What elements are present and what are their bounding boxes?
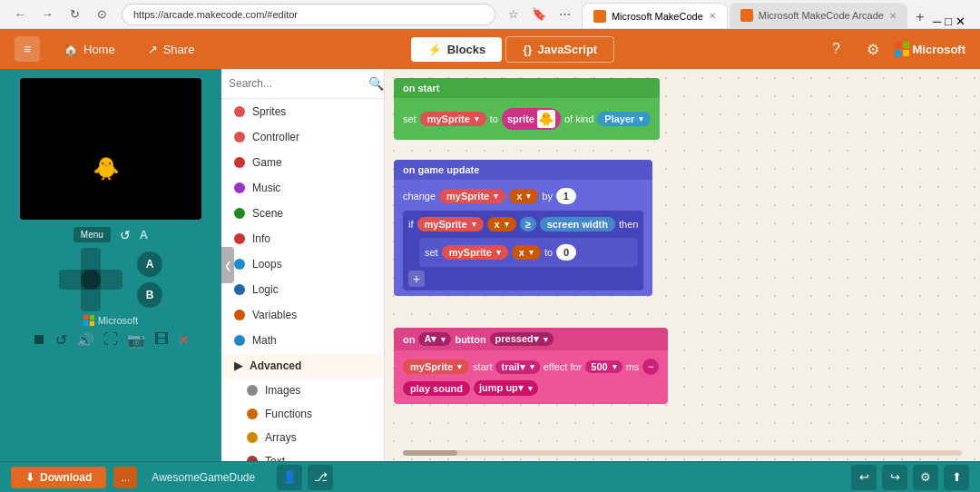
- trail-pill[interactable]: trail▾: [495, 360, 539, 374]
- sidebar-item-logic[interactable]: Logic: [221, 277, 384, 302]
- address-bar[interactable]: https://arcade.makecode.com/#editor: [122, 4, 495, 25]
- share-button[interactable]: ↗ Share: [139, 39, 204, 60]
- refresh-button[interactable]: ↻: [62, 2, 87, 27]
- a-button-label: A: [140, 228, 148, 241]
- profile-icon-btn[interactable]: 👤: [277, 465, 302, 490]
- sound-icon[interactable]: 🔊: [76, 331, 94, 349]
- trail-label: trail▾: [501, 361, 524, 373]
- share-label: Share: [163, 43, 195, 56]
- new-tab-button[interactable]: +: [909, 6, 931, 28]
- sidebar-item-music[interactable]: Music: [221, 175, 384, 201]
- gif-icon[interactable]: 🎞: [154, 331, 169, 349]
- download-button[interactable]: ⬇ Download: [11, 467, 106, 488]
- home-button[interactable]: ⊙: [89, 2, 114, 27]
- canvas-scrollbar-thumb[interactable]: [403, 450, 457, 456]
- close-emulator-icon[interactable]: ✕: [178, 331, 190, 349]
- value-0[interactable]: 0: [556, 244, 576, 261]
- sprite-pill[interactable]: sprite 🐥: [502, 108, 561, 130]
- pressed-pill[interactable]: pressed▾: [490, 332, 554, 346]
- minimize-button[interactable]: ─: [933, 15, 941, 28]
- info-circle-icon[interactable]: −: [642, 359, 659, 375]
- screenshot-icon[interactable]: 📷: [127, 331, 145, 349]
- sidebar-item-sprites[interactable]: Sprites: [221, 99, 384, 124]
- b-circle-button[interactable]: B: [137, 282, 162, 308]
- player-pill[interactable]: Player: [597, 112, 651, 126]
- tab-close-2[interactable]: ✕: [889, 11, 897, 21]
- sidebar-item-scene[interactable]: Scene: [221, 201, 384, 226]
- on-game-update-block[interactable]: on game update change mySprite x by 1: [394, 160, 652, 296]
- blocks-toggle-button[interactable]: ⚡ Blocks: [411, 37, 503, 62]
- maximize-button[interactable]: □: [945, 15, 952, 28]
- mysprite-pill-5[interactable]: mySprite: [403, 359, 469, 374]
- stop-icon[interactable]: ⏹: [32, 331, 46, 349]
- screen-width-pill[interactable]: screen width: [540, 217, 615, 231]
- collapse-panel-button[interactable]: ❮: [221, 247, 234, 283]
- value-1[interactable]: 1: [556, 188, 576, 204]
- dpad[interactable]: [59, 248, 122, 311]
- tab-makecode-arcade[interactable]: Microsoft MakeCode Arcade ✕: [730, 3, 907, 28]
- play-sound-pill[interactable]: play sound: [403, 381, 470, 396]
- fullscreen-icon[interactable]: ⛶: [103, 331, 118, 349]
- reload-icon[interactable]: ↺: [120, 228, 131, 242]
- close-button[interactable]: ✕: [956, 15, 965, 28]
- svg-rect-2: [895, 50, 901, 56]
- github-icon-btn[interactable]: ⎇: [308, 465, 333, 490]
- x-pill-3[interactable]: x: [512, 245, 541, 260]
- x-pill-1[interactable]: x: [509, 189, 538, 203]
- mysprite-pill-1[interactable]: mySprite: [420, 112, 486, 126]
- restart-icon[interactable]: ↺: [55, 331, 67, 349]
- game-update-row1: change mySprite x by 1: [403, 185, 643, 207]
- canvas-scrollbar[interactable]: [403, 450, 962, 456]
- sidebar-item-functions[interactable]: Functions: [221, 402, 384, 426]
- sprite-image[interactable]: 🐥: [537, 110, 555, 128]
- sidebar-item-info[interactable]: Info: [221, 226, 384, 251]
- bottom-settings-button[interactable]: ⚙: [913, 465, 938, 490]
- emulator-duck: 🐥: [93, 156, 120, 183]
- sidebar-item-game[interactable]: Game: [221, 150, 384, 175]
- on-button-block[interactable]: on A▾ button pressed▾ mySprite start: [394, 328, 668, 404]
- sidebar-item-controller[interactable]: Controller: [221, 124, 384, 150]
- undo-button[interactable]: ↩: [851, 465, 877, 490]
- jump-up-pill[interactable]: jump up▾: [474, 380, 538, 396]
- home-nav-button[interactable]: 🏠 Home: [54, 39, 124, 60]
- search-icon[interactable]: 🔍: [368, 76, 384, 91]
- mysprite-pill-2[interactable]: mySprite: [439, 189, 505, 203]
- a-pill[interactable]: A▾: [418, 332, 451, 346]
- upload-button[interactable]: ⬆: [944, 465, 969, 490]
- bottom-right-actions: ↩ ↪ ⚙ ⬆: [851, 465, 969, 490]
- search-input[interactable]: [229, 77, 365, 90]
- browser-actions[interactable]: ☆ 🔖 ⋯: [503, 4, 575, 25]
- a-circle-button[interactable]: A: [137, 251, 162, 277]
- star-icon[interactable]: ☆: [503, 4, 524, 25]
- add-row-button[interactable]: +: [408, 271, 425, 287]
- help-button[interactable]: ?: [822, 34, 851, 64]
- back-button[interactable]: ←: [7, 2, 33, 27]
- sidebar-item-variables[interactable]: Variables: [221, 302, 384, 328]
- advanced-section-header[interactable]: ▶ Advanced: [221, 353, 384, 379]
- x-pill-2[interactable]: x: [487, 217, 516, 231]
- more-button[interactable]: ...: [113, 467, 137, 488]
- menu-icon[interactable]: ⋯: [554, 4, 575, 25]
- tab-close-1[interactable]: ✕: [709, 11, 716, 21]
- sidebar-item-text[interactable]: Text: [221, 449, 384, 461]
- bookmark-icon[interactable]: 🔖: [528, 4, 550, 25]
- images-dot: [247, 385, 258, 396]
- tab-makecode[interactable]: Microsoft MakeCode ✕: [582, 3, 728, 28]
- value-500-pill[interactable]: 500: [585, 360, 622, 373]
- browser-controls[interactable]: ← → ↻ ⊙: [7, 2, 114, 27]
- a-label: A▾: [424, 333, 436, 345]
- download-label: Download: [40, 471, 92, 484]
- sidebar-item-math[interactable]: Math: [221, 328, 384, 353]
- javascript-toggle-button[interactable]: {} JavaScript: [505, 36, 614, 63]
- mysprite-pill-4[interactable]: mySprite: [442, 245, 508, 260]
- sidebar-item-loops[interactable]: Loops: [221, 251, 384, 277]
- sidebar-item-images[interactable]: Images: [221, 379, 384, 402]
- menu-button[interactable]: Menu: [74, 227, 111, 242]
- mysprite-pill-3[interactable]: mySprite: [417, 217, 484, 231]
- on-start-block[interactable]: on start set mySprite to sprite 🐥 of kin…: [394, 78, 660, 140]
- forward-button[interactable]: →: [34, 2, 60, 27]
- redo-button[interactable]: ↪: [882, 465, 907, 490]
- gte-pill[interactable]: ≥: [520, 217, 536, 231]
- settings-button[interactable]: ⚙: [858, 34, 887, 64]
- sidebar-item-arrays[interactable]: Arrays: [221, 426, 384, 449]
